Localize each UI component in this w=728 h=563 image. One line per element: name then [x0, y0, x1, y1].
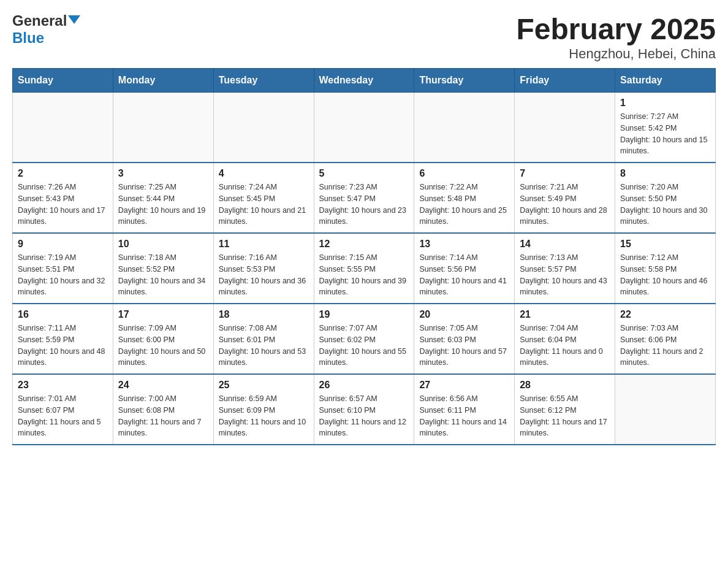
logo-blue-text: Blue	[12, 29, 44, 47]
calendar-cell	[414, 93, 515, 163]
day-number: 11	[219, 239, 309, 250]
day-info: Sunrise: 7:03 AMSunset: 6:06 PMDaylight:…	[620, 323, 710, 369]
day-info: Sunrise: 7:23 AMSunset: 5:47 PMDaylight:…	[319, 182, 409, 228]
day-number: 3	[118, 168, 208, 179]
calendar-cell: 3Sunrise: 7:25 AMSunset: 5:44 PMDaylight…	[113, 163, 213, 233]
day-info: Sunrise: 7:21 AMSunset: 5:49 PMDaylight:…	[520, 182, 610, 228]
day-info: Sunrise: 7:14 AMSunset: 5:56 PMDaylight:…	[419, 252, 509, 298]
day-number: 8	[620, 168, 710, 179]
day-info: Sunrise: 7:04 AMSunset: 6:04 PMDaylight:…	[520, 323, 610, 369]
day-number: 22	[620, 309, 710, 320]
calendar-cell	[113, 93, 213, 163]
calendar-week-row: 16Sunrise: 7:11 AMSunset: 5:59 PMDayligh…	[13, 304, 716, 374]
day-number: 4	[219, 168, 309, 179]
weekday-header-friday: Friday	[515, 69, 615, 93]
calendar-week-row: 23Sunrise: 7:01 AMSunset: 6:07 PMDayligh…	[13, 374, 716, 445]
day-info: Sunrise: 7:22 AMSunset: 5:48 PMDaylight:…	[419, 182, 509, 228]
day-number: 16	[18, 309, 108, 320]
day-info: Sunrise: 7:26 AMSunset: 5:43 PMDaylight:…	[18, 182, 108, 228]
calendar-cell: 8Sunrise: 7:20 AMSunset: 5:50 PMDaylight…	[615, 163, 716, 233]
calendar-cell: 5Sunrise: 7:23 AMSunset: 5:47 PMDaylight…	[314, 163, 414, 233]
calendar-cell: 21Sunrise: 7:04 AMSunset: 6:04 PMDayligh…	[515, 304, 615, 374]
calendar-cell: 7Sunrise: 7:21 AMSunset: 5:49 PMDaylight…	[515, 163, 615, 233]
calendar-cell	[515, 93, 615, 163]
day-number: 1	[620, 98, 710, 109]
day-info: Sunrise: 7:09 AMSunset: 6:00 PMDaylight:…	[118, 323, 208, 369]
calendar-cell: 25Sunrise: 6:59 AMSunset: 6:09 PMDayligh…	[213, 374, 314, 445]
page-header: General Blue February 2025 Hengzhou, Heb…	[12, 12, 716, 62]
day-number: 9	[18, 239, 108, 250]
day-number: 26	[319, 380, 409, 391]
calendar-week-row: 2Sunrise: 7:26 AMSunset: 5:43 PMDaylight…	[13, 163, 716, 233]
calendar-cell: 16Sunrise: 7:11 AMSunset: 5:59 PMDayligh…	[13, 304, 113, 374]
calendar-cell: 12Sunrise: 7:15 AMSunset: 5:55 PMDayligh…	[314, 233, 414, 304]
calendar-cell: 13Sunrise: 7:14 AMSunset: 5:56 PMDayligh…	[414, 233, 515, 304]
weekday-header-wednesday: Wednesday	[314, 69, 414, 93]
day-number: 5	[319, 168, 409, 179]
calendar-cell: 1Sunrise: 7:27 AMSunset: 5:42 PMDaylight…	[615, 93, 716, 163]
day-number: 19	[319, 309, 409, 320]
day-info: Sunrise: 7:07 AMSunset: 6:02 PMDaylight:…	[319, 323, 409, 369]
day-info: Sunrise: 7:15 AMSunset: 5:55 PMDaylight:…	[319, 252, 409, 298]
day-info: Sunrise: 7:25 AMSunset: 5:44 PMDaylight:…	[118, 182, 208, 228]
calendar-cell: 28Sunrise: 6:55 AMSunset: 6:12 PMDayligh…	[515, 374, 615, 445]
calendar-cell: 18Sunrise: 7:08 AMSunset: 6:01 PMDayligh…	[213, 304, 314, 374]
weekday-header-row: SundayMondayTuesdayWednesdayThursdayFrid…	[13, 69, 716, 93]
day-number: 10	[118, 239, 208, 250]
day-number: 2	[18, 168, 108, 179]
calendar-week-row: 1Sunrise: 7:27 AMSunset: 5:42 PMDaylight…	[13, 93, 716, 163]
calendar-cell: 19Sunrise: 7:07 AMSunset: 6:02 PMDayligh…	[314, 304, 414, 374]
calendar-week-row: 9Sunrise: 7:19 AMSunset: 5:51 PMDaylight…	[13, 233, 716, 304]
calendar-cell	[13, 93, 113, 163]
calendar-cell: 14Sunrise: 7:13 AMSunset: 5:57 PMDayligh…	[515, 233, 615, 304]
day-number: 25	[219, 380, 309, 391]
day-info: Sunrise: 7:05 AMSunset: 6:03 PMDaylight:…	[419, 323, 509, 369]
day-info: Sunrise: 7:00 AMSunset: 6:08 PMDaylight:…	[118, 393, 208, 439]
calendar-cell: 11Sunrise: 7:16 AMSunset: 5:53 PMDayligh…	[213, 233, 314, 304]
calendar-cell: 10Sunrise: 7:18 AMSunset: 5:52 PMDayligh…	[113, 233, 213, 304]
logo-general-text: General	[12, 12, 67, 29]
calendar-cell	[615, 374, 716, 445]
day-number: 24	[118, 380, 208, 391]
day-number: 20	[419, 309, 509, 320]
day-info: Sunrise: 6:59 AMSunset: 6:09 PMDaylight:…	[219, 393, 309, 439]
day-number: 27	[419, 380, 509, 391]
day-info: Sunrise: 7:24 AMSunset: 5:45 PMDaylight:…	[219, 182, 309, 228]
title-block: February 2025 Hengzhou, Hebei, China	[516, 12, 716, 62]
logo-triangle-icon	[68, 15, 80, 24]
day-number: 7	[520, 168, 610, 179]
day-number: 15	[620, 239, 710, 250]
day-info: Sunrise: 7:13 AMSunset: 5:57 PMDaylight:…	[520, 252, 610, 298]
calendar-cell: 17Sunrise: 7:09 AMSunset: 6:00 PMDayligh…	[113, 304, 213, 374]
day-number: 12	[319, 239, 409, 250]
day-info: Sunrise: 7:11 AMSunset: 5:59 PMDaylight:…	[18, 323, 108, 369]
calendar-table: SundayMondayTuesdayWednesdayThursdayFrid…	[12, 68, 716, 445]
calendar-cell: 26Sunrise: 6:57 AMSunset: 6:10 PMDayligh…	[314, 374, 414, 445]
calendar-cell	[314, 93, 414, 163]
day-info: Sunrise: 7:20 AMSunset: 5:50 PMDaylight:…	[620, 182, 710, 228]
day-number: 21	[520, 309, 610, 320]
day-info: Sunrise: 7:16 AMSunset: 5:53 PMDaylight:…	[219, 252, 309, 298]
weekday-header-monday: Monday	[113, 69, 213, 93]
day-number: 14	[520, 239, 610, 250]
calendar-cell: 9Sunrise: 7:19 AMSunset: 5:51 PMDaylight…	[13, 233, 113, 304]
calendar-cell: 2Sunrise: 7:26 AMSunset: 5:43 PMDaylight…	[13, 163, 113, 233]
calendar-cell: 4Sunrise: 7:24 AMSunset: 5:45 PMDaylight…	[213, 163, 314, 233]
calendar-cell: 27Sunrise: 6:56 AMSunset: 6:11 PMDayligh…	[414, 374, 515, 445]
calendar-cell: 6Sunrise: 7:22 AMSunset: 5:48 PMDaylight…	[414, 163, 515, 233]
day-number: 17	[118, 309, 208, 320]
day-number: 13	[419, 239, 509, 250]
weekday-header-thursday: Thursday	[414, 69, 515, 93]
day-info: Sunrise: 7:19 AMSunset: 5:51 PMDaylight:…	[18, 252, 108, 298]
day-info: Sunrise: 6:57 AMSunset: 6:10 PMDaylight:…	[319, 393, 409, 439]
day-number: 18	[219, 309, 309, 320]
weekday-header-saturday: Saturday	[615, 69, 716, 93]
calendar-cell: 20Sunrise: 7:05 AMSunset: 6:03 PMDayligh…	[414, 304, 515, 374]
day-info: Sunrise: 7:01 AMSunset: 6:07 PMDaylight:…	[18, 393, 108, 439]
calendar-cell: 24Sunrise: 7:00 AMSunset: 6:08 PMDayligh…	[113, 374, 213, 445]
day-info: Sunrise: 7:18 AMSunset: 5:52 PMDaylight:…	[118, 252, 208, 298]
day-info: Sunrise: 7:27 AMSunset: 5:42 PMDaylight:…	[620, 111, 710, 157]
calendar-cell: 23Sunrise: 7:01 AMSunset: 6:07 PMDayligh…	[13, 374, 113, 445]
day-number: 23	[18, 380, 108, 391]
month-title: February 2025	[516, 12, 716, 46]
